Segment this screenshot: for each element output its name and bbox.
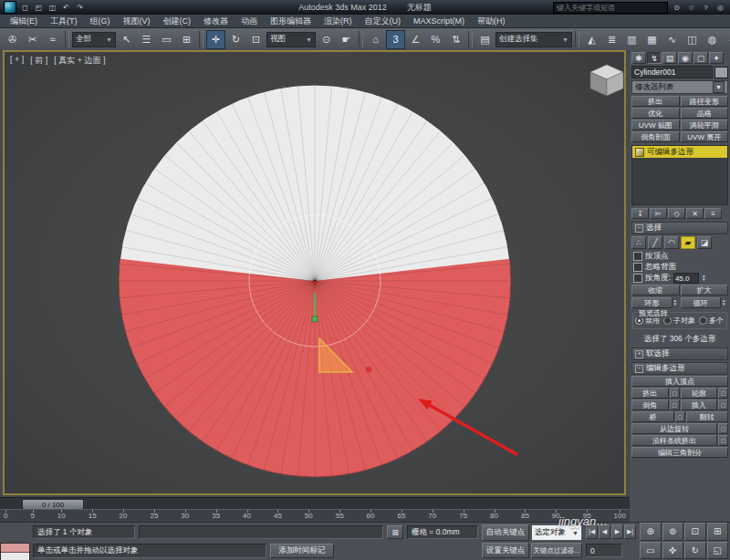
settings-box-button[interactable]: □ [670, 399, 680, 410]
play-icon[interactable]: ▶ [611, 524, 623, 539]
preview-option-2[interactable]: 多个 [699, 316, 724, 326]
edit-poly-button-2-0[interactable]: 倒角 [631, 399, 669, 410]
time-ruler[interactable]: 0510152025303540455055606570758085909510… [0, 509, 630, 522]
configure-modifier-sets-icon[interactable]: ≡ [704, 208, 722, 219]
curve-editor-icon[interactable]: ∿ [662, 30, 682, 49]
pan-icon[interactable]: ✜ [662, 542, 684, 560]
percent-snap-icon[interactable]: % [426, 30, 445, 49]
layer-manager-icon[interactable]: ▥ [622, 30, 641, 49]
save-file-icon[interactable]: ◫ [47, 2, 58, 13]
vertex-subobject-icon[interactable]: ∴ [631, 236, 646, 249]
by-angle-row[interactable]: 按角度: ▲▼ [630, 273, 730, 284]
key-filters-button[interactable]: 关键点过滤器... [531, 543, 582, 558]
reference-coordinate-dropdown[interactable]: 视图▼ [266, 32, 316, 47]
front-viewport[interactable]: [ + ] [ 前 ] [ 真实 + 边面 ] [3, 50, 626, 495]
select-by-name-icon[interactable]: ☰ [137, 30, 156, 49]
menu-item-8[interactable]: 渲染(R) [318, 16, 359, 27]
modifier-button-6[interactable]: 倒角剖面 [631, 131, 680, 142]
menu-item-7[interactable]: 图形编辑器 [264, 16, 318, 27]
maximize-viewport-icon[interactable]: ◱ [707, 542, 729, 560]
viewport-shading-menu[interactable]: [ 真实 + 边面 ] [54, 55, 105, 67]
border-subobject-icon[interactable]: ◠ [664, 236, 679, 249]
angle-field[interactable] [673, 273, 699, 284]
settings-box-button[interactable]: □ [670, 388, 680, 399]
edit-poly-button-2-1[interactable]: 插入 [681, 399, 718, 410]
rectangular-selection-region-icon[interactable]: ▭ [157, 30, 176, 49]
zoom-extents-icon[interactable]: ⊡ [684, 523, 706, 541]
edit-poly-button-4-0[interactable]: 从边旋转 [631, 423, 717, 434]
menu-item-9[interactable]: 自定义(U) [359, 16, 408, 27]
edit-named-selection-sets-icon[interactable]: ▤ [475, 30, 495, 49]
unlink-selection-icon[interactable]: ✂ [23, 30, 42, 49]
shrink-button[interactable]: 收缩 [631, 285, 680, 296]
ring-button[interactable]: 环形 [631, 297, 673, 308]
open-file-icon[interactable]: ◰ [33, 2, 45, 13]
rollout-soft-selection-header[interactable]: + 软选择 [631, 347, 728, 360]
center-vertex[interactable] [313, 281, 317, 285]
schematic-view-icon[interactable]: ◫ [683, 30, 702, 49]
stack-item-editable-poly[interactable]: 可编辑多边形 [632, 146, 727, 158]
checkbox-icon[interactable] [633, 274, 642, 283]
track-bar[interactable]: 0 / 100 [0, 497, 630, 509]
edit-poly-button-3-0[interactable]: 桥 [631, 411, 674, 422]
edit-poly-button-1-0[interactable]: 挤出 [631, 388, 669, 399]
edit-poly-button-5-0[interactable]: 沿样条线挤出 [631, 435, 717, 446]
by-vertex-row[interactable]: 按顶点 [630, 251, 730, 262]
gizmo-point[interactable] [366, 367, 371, 372]
tab-hierarchy[interactable]: ▤ [662, 52, 677, 64]
menu-item-2[interactable]: 组(G) [84, 16, 117, 27]
modifier-list-dropdown[interactable]: 修改器列表 ▼ [631, 80, 728, 94]
search-go-icon[interactable]: ⊙ [671, 2, 683, 13]
modifier-button-3[interactable]: 晶格 [681, 108, 729, 119]
select-and-link-icon[interactable]: ✇ [3, 30, 22, 49]
remove-modifier-icon[interactable]: ✕ [686, 208, 704, 219]
favorites-star-icon[interactable]: ☆ [685, 2, 697, 13]
search-input[interactable] [553, 2, 668, 14]
menu-item-4[interactable]: 创建(C) [157, 16, 198, 27]
modifier-button-0[interactable]: 挤出 [631, 96, 680, 107]
angle-snap-icon[interactable]: ∠ [406, 30, 425, 49]
modifier-button-5[interactable]: 涡轮平滑 [681, 119, 729, 130]
menu-item-0[interactable]: 编辑(E) [4, 16, 44, 27]
listener-script-line[interactable] [1, 553, 29, 560]
spinner-icon[interactable]: ▲▼ [722, 299, 728, 306]
new-file-icon[interactable]: ◻ [19, 2, 31, 13]
viewcube[interactable] [590, 65, 623, 96]
menu-item-1[interactable]: 工具(T) [44, 16, 84, 27]
material-editor-icon[interactable]: ◍ [703, 30, 722, 49]
settings-box-button[interactable]: □ [718, 388, 728, 399]
settings-box-button[interactable]: □ [718, 435, 728, 446]
add-time-tag-button[interactable]: 添加时间标记 [270, 544, 334, 558]
modifier-button-7[interactable]: UVW 展开 [681, 131, 729, 142]
settings-box-button[interactable]: □ [718, 423, 728, 434]
named-selection-sets-dropdown[interactable]: 创建选择集▼ [495, 32, 572, 47]
window-crossing-icon[interactable]: ⊞ [177, 30, 196, 49]
selection-lock-icon[interactable]: ⊠ [387, 525, 403, 539]
modifier-button-2[interactable]: 优化 [631, 108, 680, 119]
modifier-button-4[interactable]: UVW 贴图 [631, 119, 680, 130]
settings-box-button[interactable]: □ [718, 399, 728, 410]
modifier-stack[interactable]: 可编辑多边形 [631, 145, 728, 205]
menu-item-3[interactable]: 视图(V) [117, 16, 157, 27]
spinner-icon[interactable]: ▲▼ [702, 275, 708, 282]
edit-poly-button-3-1[interactable]: 翻转 [686, 411, 729, 422]
app-logo-icon[interactable] [4, 1, 16, 14]
polygon-subobject-icon[interactable]: ▰ [681, 236, 695, 249]
graphite-modeling-icon[interactable]: ▦ [642, 30, 662, 49]
align-icon[interactable]: ≣ [602, 30, 621, 49]
menu-item-5[interactable]: 修改器 [197, 16, 235, 27]
tab-motion[interactable]: ◉ [678, 52, 693, 64]
gizmo-handle[interactable] [312, 316, 318, 322]
spinner-snap-icon[interactable]: ⇅ [446, 30, 465, 49]
edge-subobject-icon[interactable]: ╱ [648, 236, 662, 249]
rollout-edit-polygons-header[interactable]: − 编辑多边形 [631, 362, 728, 375]
undo-icon[interactable]: ↶ [60, 2, 72, 13]
checkbox-icon[interactable] [633, 252, 642, 261]
modifier-button-1[interactable]: 路径变形 [681, 96, 729, 107]
mirror-icon[interactable]: ◭ [582, 30, 601, 49]
tab-display[interactable]: ▢ [694, 52, 708, 64]
rollout-selection-header[interactable]: − 选择 [631, 222, 728, 234]
edit-poly-button-6-0[interactable]: 编辑三角剖分 [631, 447, 728, 458]
orbit-icon[interactable]: ↻ [684, 542, 706, 560]
keyboard-override-icon[interactable]: ⌂ [366, 30, 385, 49]
